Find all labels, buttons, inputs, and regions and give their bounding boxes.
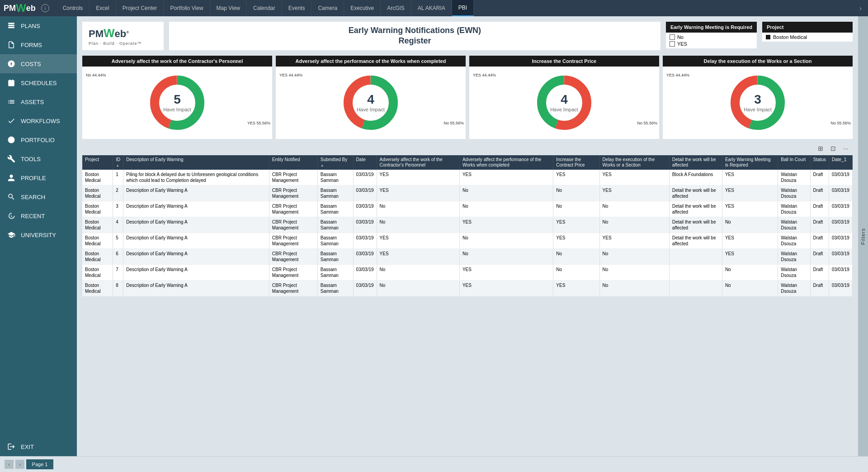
- next-page-button[interactable]: ›: [15, 460, 24, 469]
- chart-3-center: 4 Have Impact: [550, 93, 578, 112]
- chart-1-body: No 44.44% YES 55.56%: [82, 67, 272, 139]
- pmweb-tagline: Plan · Build · Operate™: [89, 41, 157, 46]
- col-meeting: Early Warning Meeting is Required: [722, 155, 778, 170]
- table-cell: [669, 265, 722, 281]
- table-cell: Walstan Dsouza: [778, 170, 810, 186]
- col-date1: Date_1: [829, 155, 852, 170]
- sidebar-item-exit[interactable]: EXIT: [0, 437, 77, 456]
- chart-2-header: Adversely affect the performance of the …: [276, 56, 466, 67]
- nav-tab-camera[interactable]: Camera: [311, 0, 344, 16]
- ewn-meeting-label: Early Warning Meeting is Required: [666, 22, 757, 33]
- sidebar-item-costs[interactable]: COSTS: [0, 54, 77, 73]
- info-icon[interactable]: i: [41, 4, 49, 12]
- table-cell: Draft: [810, 186, 829, 201]
- nav-tab-pbi[interactable]: PBI: [452, 0, 474, 16]
- table-row[interactable]: Boston Medical8Description of Early Warn…: [82, 281, 853, 296]
- table-cell: 03/03/19: [353, 233, 377, 249]
- table-cell: 03/03/19: [353, 249, 377, 265]
- table-cell: CBR Project Management: [269, 170, 317, 186]
- costs-icon: [6, 59, 16, 69]
- sidebar-item-schedules[interactable]: SCHEDULES: [0, 73, 77, 92]
- table-cell: No: [377, 281, 459, 296]
- table-cell: CBR Project Management: [269, 281, 317, 296]
- table-cell: YES: [722, 170, 778, 186]
- filters-label[interactable]: Filters: [860, 228, 866, 245]
- nav-tab-map-view[interactable]: Map View: [210, 0, 247, 16]
- col-project: Project: [82, 155, 113, 170]
- table-cell: Bassam Samman: [317, 249, 353, 265]
- chart-4-number: 3: [744, 93, 772, 106]
- table-cell: CBR Project Management: [269, 186, 317, 201]
- report-title-area: Early Warning Notifications (EWN)Registe…: [169, 22, 660, 50]
- table-cell: 03/03/19: [353, 186, 377, 201]
- right-filters-panel[interactable]: Filters: [858, 16, 868, 456]
- chart-4: Delay the execution of the Works or a Se…: [663, 56, 853, 139]
- exit-icon: [6, 442, 16, 452]
- nav-tab-al-akaria[interactable]: AL AKARIA: [411, 0, 452, 16]
- project-value: Boston Medical: [762, 33, 853, 42]
- table-row[interactable]: Boston Medical6Description of Early Warn…: [82, 249, 853, 265]
- nav-tab-project-center[interactable]: Project Center: [116, 0, 164, 16]
- table-cell: Draft: [810, 170, 829, 186]
- nav-tab-excel[interactable]: Excel: [90, 0, 116, 16]
- table-row[interactable]: Boston Medical2Description of Early Warn…: [82, 186, 853, 201]
- checkbox-yes-row: YES: [670, 41, 753, 47]
- nav-tab-calendar[interactable]: Calendar: [247, 0, 282, 16]
- export-icon[interactable]: ⊡: [828, 143, 838, 153]
- sidebar-item-tools[interactable]: TOOLS: [0, 149, 77, 168]
- checkbox-yes[interactable]: [670, 41, 675, 47]
- data-table: Project ID▲ Description of Early Warning…: [82, 155, 853, 296]
- chart-3-yes-legend: YES 44.44%: [473, 73, 496, 77]
- table-cell: Description of Early Warning A: [123, 217, 269, 233]
- table-cell: YES: [722, 186, 778, 201]
- sidebar-item-forms[interactable]: FORMS: [0, 35, 77, 54]
- nav-tab-portfolio-view[interactable]: Portfolio View: [164, 0, 210, 16]
- filter-icon[interactable]: ⊞: [816, 143, 826, 153]
- table-cell: CBR Project Management: [269, 217, 317, 233]
- table-cell: Detail the work will be affected: [669, 233, 722, 249]
- table-row[interactable]: Boston Medical3Description of Early Warn…: [82, 201, 853, 217]
- chart-1-header: Adversely affect the work of the Contrac…: [82, 56, 272, 67]
- ewn-meeting-section: Early Warning Meeting is Required No YES: [666, 22, 757, 48]
- table-cell: Boston Medical: [82, 217, 113, 233]
- table-cell: Detail the work will be affected: [669, 201, 722, 217]
- right-arrow-icon[interactable]: ›: [857, 5, 864, 12]
- table-cell: YES: [553, 233, 599, 249]
- svg-rect-0: [8, 80, 14, 86]
- nav-tab-arcgis[interactable]: ArcGIS: [381, 0, 411, 16]
- table-row[interactable]: Boston Medical5Description of Early Warn…: [82, 233, 853, 249]
- table-cell: No: [599, 281, 669, 296]
- col-increase: Increase the Contract Price: [553, 155, 599, 170]
- prev-page-button[interactable]: ‹: [5, 460, 14, 469]
- sidebar-item-workflows[interactable]: WORKFLOWS: [0, 111, 77, 130]
- table-row[interactable]: Boston Medical4Description of Early Warn…: [82, 217, 853, 233]
- table-cell: Walstan Dsouza: [778, 186, 810, 201]
- sidebar-item-assets[interactable]: ASSETS: [0, 92, 77, 111]
- col-entity: Entity Notified: [269, 155, 317, 170]
- page-1-button[interactable]: Page 1: [26, 459, 53, 469]
- table-cell: No: [553, 249, 599, 265]
- col-delay: Delay the execution of the Works or a Se…: [599, 155, 669, 170]
- sidebar-item-plans[interactable]: PLANS: [0, 16, 77, 35]
- sidebar-item-search[interactable]: SEARCH: [0, 187, 77, 206]
- sidebar-item-recent[interactable]: RECENT: [0, 206, 77, 225]
- table-row[interactable]: Boston Medical1Piling for block A delaye…: [82, 170, 853, 186]
- nav-tab-events[interactable]: Events: [282, 0, 312, 16]
- sidebar-item-university[interactable]: UNIVERSITY: [0, 225, 77, 244]
- table-cell: CBR Project Management: [269, 233, 317, 249]
- table-cell: Boston Medical: [82, 201, 113, 217]
- chart-4-body: YES 44.44% No 55.56% 3 Have Impact: [663, 67, 853, 139]
- table-cell: Boston Medical: [82, 170, 113, 186]
- table-cell: Description of Early Warning A: [123, 201, 269, 217]
- table-cell: Block A Foundations: [669, 170, 722, 186]
- more-icon[interactable]: ···: [841, 143, 851, 153]
- table-row[interactable]: Boston Medical7Description of Early Warn…: [82, 265, 853, 281]
- nav-tab-executive[interactable]: Executive: [344, 0, 381, 16]
- table-cell: No: [553, 201, 599, 217]
- table-cell: Description of Early Warning A: [123, 233, 269, 249]
- sidebar-item-profile[interactable]: PROFILE: [0, 168, 77, 187]
- checkbox-no[interactable]: [670, 34, 675, 40]
- sidebar-item-portfolio[interactable]: PORTFOLIO: [0, 130, 77, 149]
- chart-4-header: Delay the execution of the Works or a Se…: [663, 56, 853, 67]
- nav-tab-controls[interactable]: Controls: [57, 0, 90, 16]
